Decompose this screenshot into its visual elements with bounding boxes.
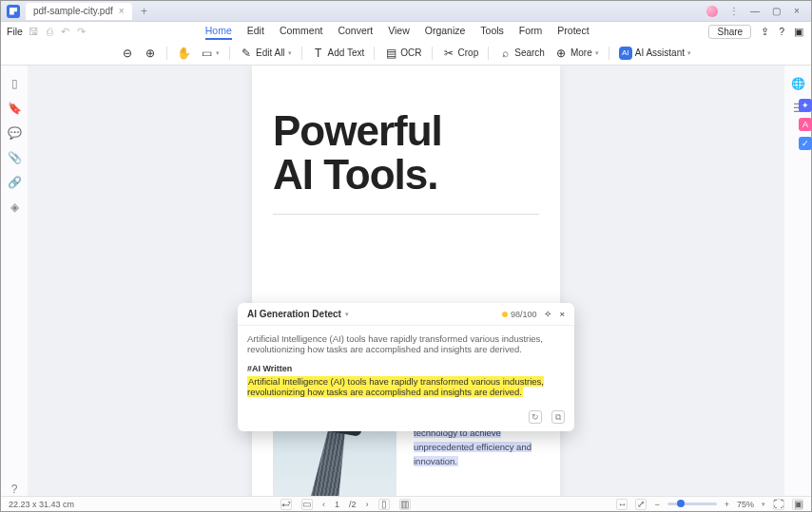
page-canvas[interactable]: Powerful AI Tools. These powerful tools …: [28, 66, 784, 496]
layers-icon[interactable]: ◈: [8, 200, 21, 214]
tab-edit[interactable]: Edit: [247, 23, 264, 40]
tab-comment[interactable]: Comment: [280, 23, 323, 40]
tab-form[interactable]: Form: [519, 23, 543, 40]
add-text-label: Add Text: [328, 47, 365, 58]
ocr-icon: ▤: [384, 47, 397, 60]
thumbnails-icon[interactable]: ▯: [8, 77, 21, 90]
close-tab-icon[interactable]: ×: [119, 6, 125, 16]
left-sidebar: ▯ 🔖 💬 📎 🔗 ◈ ?: [1, 66, 28, 496]
select-mode-icon[interactable]: ▭: [301, 499, 313, 510]
tab-view[interactable]: View: [388, 23, 410, 40]
title-bar: pdf-sample-city.pdf × + ⋮ — ▢ ×: [1, 1, 811, 22]
translate-panel-icon[interactable]: 🌐: [791, 77, 804, 90]
share-link-icon[interactable]: ⇪: [761, 26, 769, 37]
more-label: More: [570, 47, 592, 58]
ai-icon: AI: [619, 47, 632, 60]
zoom-slider[interactable]: [667, 503, 717, 505]
fit-width-icon[interactable]: ↔: [616, 499, 628, 510]
ai-check-icon[interactable]: ✓: [799, 137, 812, 150]
app-icon: [7, 5, 20, 18]
more-button[interactable]: ⊕More▾: [554, 47, 599, 60]
tab-convert[interactable]: Convert: [338, 23, 373, 40]
ai-assistant-button[interactable]: AIAI Assistant▾: [619, 47, 691, 60]
zoom-out-icon: ⊖: [121, 47, 134, 60]
next-page-icon[interactable]: ›: [366, 500, 369, 509]
ai-detect-popup: AI Generation Detect ▾ 98/100 ✧ × Artifi…: [238, 303, 574, 431]
close-window-icon[interactable]: ×: [788, 3, 805, 20]
help-sidebar-icon[interactable]: ?: [8, 483, 21, 496]
crop-button[interactable]: ✂Crop: [442, 47, 479, 60]
prev-page-icon[interactable]: ‹: [322, 500, 325, 509]
undo-icon[interactable]: ↶: [61, 26, 69, 37]
tab-title: pdf-sample-city.pdf: [33, 6, 113, 16]
add-text-button[interactable]: TAdd Text: [312, 47, 365, 60]
search-label: Search: [514, 47, 545, 58]
score-value: 98/100: [511, 310, 537, 319]
ai-chat-icon[interactable]: ✦: [799, 99, 812, 112]
share-button[interactable]: Share: [708, 25, 751, 39]
heading-line-2: AI Tools.: [273, 153, 560, 197]
bookmarks-icon[interactable]: 🔖: [8, 102, 21, 115]
crop-label: Crop: [458, 47, 479, 58]
tab-tools[interactable]: Tools: [480, 23, 504, 40]
zoom-in-icon: ⊕: [144, 47, 157, 60]
maximize-icon[interactable]: ▢: [767, 3, 784, 20]
edit-all-label: Edit All: [256, 47, 285, 58]
print-icon[interactable]: ⎙: [47, 26, 53, 37]
select-icon: ▭: [200, 47, 213, 60]
zoom-in-status-icon[interactable]: +: [725, 500, 729, 509]
pin-icon[interactable]: ✧: [544, 309, 551, 319]
attachments-icon[interactable]: 📎: [8, 151, 21, 164]
pdf-page: Powerful AI Tools. These powerful tools …: [252, 66, 560, 496]
menu-row: File 🖫 ⎙ ↶ ↷ Home Edit Comment Convert V…: [1, 22, 811, 41]
links-icon[interactable]: 🔗: [8, 176, 21, 189]
copy-icon[interactable]: ⧉: [551, 410, 565, 424]
document-tab[interactable]: pdf-sample-city.pdf ×: [26, 3, 132, 20]
search-button[interactable]: ⌕Search: [498, 47, 545, 60]
kebab-menu-icon[interactable]: ⋮: [725, 3, 743, 20]
overflow-icon[interactable]: ▣: [794, 26, 803, 37]
ai-translate-icon[interactable]: A: [799, 118, 812, 131]
zoom-out-status-icon[interactable]: −: [654, 500, 659, 509]
cursor-mode-icon[interactable]: ⮐: [280, 499, 292, 510]
save-icon[interactable]: 🖫: [29, 26, 39, 37]
page-heading: Powerful AI Tools.: [252, 66, 560, 232]
minimize-icon[interactable]: —: [746, 3, 764, 20]
read-mode-icon[interactable]: ▣: [792, 499, 803, 510]
single-page-icon[interactable]: ▯: [378, 499, 390, 510]
file-menu[interactable]: File: [7, 26, 23, 37]
hand-tool[interactable]: ✋: [177, 47, 190, 60]
ocr-label: OCR: [400, 47, 421, 58]
new-tab-button[interactable]: +: [138, 5, 151, 18]
score-dot-icon: [502, 312, 508, 317]
ai-dock: ✦ A ✓: [797, 95, 812, 154]
comments-icon[interactable]: 💬: [8, 126, 21, 140]
search-icon: ⌕: [498, 47, 512, 60]
edit-all-button[interactable]: ✎Edit All▾: [240, 47, 292, 60]
select-tool[interactable]: ▭▾: [200, 47, 220, 60]
tab-protect[interactable]: Protect: [557, 23, 589, 40]
zoom-out-button[interactable]: ⊖: [121, 47, 134, 60]
popup-close-icon[interactable]: ×: [559, 309, 565, 319]
status-bar: 22.23 x 31.43 cm ⮐ ▭ ‹ 1/2 › ▯ ▥ ↔ ⤢ − +…: [1, 496, 811, 511]
fit-page-icon[interactable]: ⤢: [635, 499, 647, 510]
popup-title: AI Generation Detect: [247, 309, 341, 319]
page-current[interactable]: 1: [335, 500, 339, 509]
heading-rule: [273, 214, 539, 215]
regenerate-icon[interactable]: ↻: [529, 410, 542, 424]
zoom-in-button[interactable]: ⊕: [144, 47, 157, 60]
tab-organize[interactable]: Organize: [425, 23, 466, 40]
tab-home[interactable]: Home: [205, 23, 232, 40]
zoom-caret-icon[interactable]: ▾: [762, 501, 765, 508]
two-page-icon[interactable]: ▥: [399, 499, 411, 510]
redo-icon[interactable]: ↷: [77, 26, 86, 37]
ai-orb-icon[interactable]: [706, 6, 718, 17]
ocr-button[interactable]: ▤OCR: [384, 47, 421, 60]
popup-title-caret-icon[interactable]: ▾: [345, 311, 349, 318]
ai-assistant-label: AI Assistant: [635, 47, 685, 58]
popup-section-label: #AI Written: [247, 364, 565, 373]
edit-icon: ✎: [240, 47, 253, 60]
fullscreen-icon[interactable]: ⛶: [773, 499, 784, 510]
help-icon[interactable]: ?: [779, 26, 784, 37]
text-icon: T: [312, 47, 325, 60]
